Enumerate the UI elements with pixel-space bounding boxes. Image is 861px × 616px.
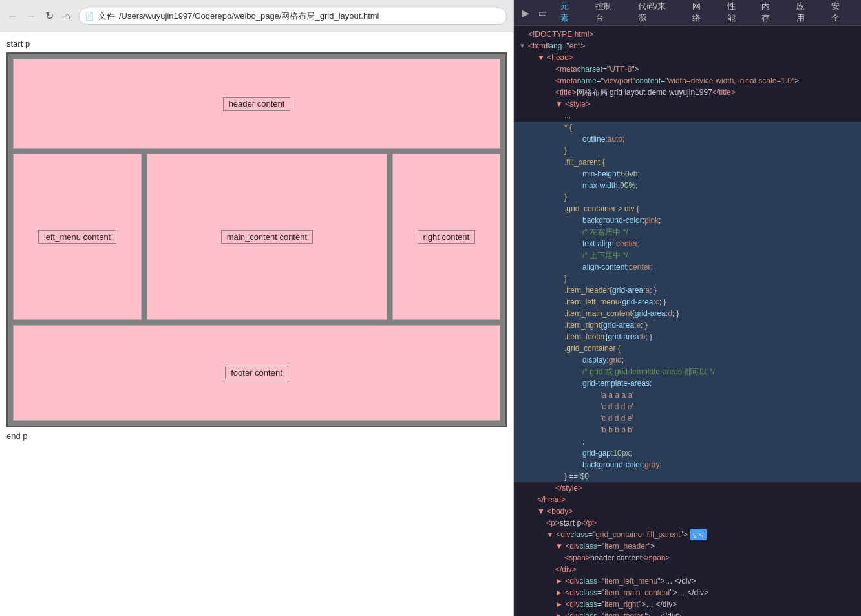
code-area-row1: 'a a a a a' [514,389,861,401]
code-display-grid: display : grid ; [514,354,861,366]
grid-badge: grid [690,529,707,540]
code-comment-grid: /* grid 或 grid-template-areas 都可以 */ [514,366,861,377]
footer-content-text: footer content [225,366,288,379]
code-style-close: </style> [514,482,861,494]
code-title: <title> 网格布局 grid layout demo wuyujin199… [514,87,861,98]
browser-panel: ← → ↻ ⌂ 📄 文件 /Users/wuyujin1997/Coderepo… [0,0,514,616]
code-comment-lr: /* 左右居中 */ [514,226,861,238]
code-item-right: .item_right { grid-area : e ; } [514,319,861,331]
code-align-content: align-content : center ; [514,261,861,273]
device-toggle-button[interactable]: ▭ [536,6,550,20]
inspect-element-button[interactable]: ▶ [519,6,533,20]
code-item-left-menu: .item_left_menu { grid-area : c ; } [514,296,861,308]
code-equals-marker: } == $0 [514,471,861,482]
code-min-height: min-height : 60vh ; [514,168,861,180]
code-text-align: text-align : center ; [514,238,861,250]
code-p-start: <p> start p </p> [514,517,861,529]
code-max-width: max-width : 90% ; [514,180,861,191]
back-button[interactable]: ← [6,10,19,23]
grid-footer: footer content [13,325,500,421]
code-semicolon: ; [514,436,861,447]
browser-chrome: ← → ↻ ⌂ 📄 文件 /Users/wuyujin1997/Coderepo… [0,0,513,32]
address-path: /Users/wuyujin1997/Coderepo/weibo_page/网… [119,10,379,22]
tab-security[interactable]: 安全 [824,0,856,28]
devtools-toolbar: ▶ ▭ 元素 控制台 代码/来源 网络 性能 内存 应用 安全 [514,0,861,26]
code-style-open: ▼ <style> [514,98,861,110]
tab-performance[interactable]: 性能 [719,0,752,28]
code-meta-viewport: <meta name =" viewport " content =" widt… [514,75,861,87]
reload-button[interactable]: ↻ [43,10,56,23]
home-button[interactable]: ⌂ [61,10,74,23]
grid-header: header content [13,59,500,149]
code-bg-gray: background-color : gray ; [514,459,861,471]
code-body-open: ▼ <body> [514,505,861,517]
code-span-header: <span> header content </span> [514,552,861,564]
code-item-main-content: .item_main_content { grid-area : d ; } [514,308,861,319]
code-head-close: </head> [514,494,861,505]
code-fill-parent-close: } [514,191,861,203]
start-text: start p [6,39,507,48]
devtools-content-wrapper: <!DOCTYPE html> ▼ <html lang =" en "> ▼ … [514,26,861,616]
address-prefix: 文件 [98,10,115,22]
code-item-left-menu-div: ► <div class =" item_left_menu "> … </di… [514,575,861,587]
code-ellipsis: ... [514,110,861,122]
right-content-text: right content [418,230,476,244]
tab-network[interactable]: 网络 [685,0,717,28]
grid-main-content: main_content content [147,154,387,320]
devtools-content[interactable]: <!DOCTYPE html> ▼ <html lang =" en "> ▼ … [514,26,861,616]
code-item-right-div: ► <div class =" item_right "> … </div> [514,599,861,610]
page-viewport: start p header content left_menu content… [0,32,513,616]
code-grid-gap: grid-gap : 10px ; [514,447,861,459]
tab-application[interactable]: 应用 [789,0,821,28]
code-item-header-div: ▼ <div class =" item_header "> [514,540,861,552]
address-bar[interactable]: 📄 文件 /Users/wuyujin1997/Coderepo/weibo_p… [79,8,507,25]
code-area-row3: 'c d d d e' [514,412,861,424]
code-head-open: ▼ <head> [514,52,861,63]
code-item-footer: .item_footer { grid-area : b ; } [514,331,861,343]
code-doctype: <!DOCTYPE html> [514,28,861,40]
code-star-rule: * { [514,122,861,133]
code-div-grid-container: ▼ <div class =" grid_container fill_pare… [514,529,861,540]
devtools-panel: ▶ ▭ 元素 控制台 代码/来源 网络 性能 内存 应用 安全 <!DOCTYP… [514,0,861,616]
tab-console[interactable]: 控制台 [588,0,628,28]
grid-right: right content [392,154,500,320]
grid-left-menu: left_menu content [13,154,142,320]
code-area-row2: 'c d d d e' [514,401,861,412]
code-grid-container-selector: .grid_container { [514,343,861,354]
tab-elements[interactable]: 元素 [553,0,585,28]
tab-memory[interactable]: 内存 [754,0,786,28]
end-text: end p [6,431,507,441]
header-content-text: header content [223,97,291,111]
code-grid-template-areas: grid-template-areas : [514,377,861,389]
main-content-text: main_content content [221,230,313,244]
left-menu-content-text: left_menu content [38,230,116,244]
tab-sources[interactable]: 代码/来源 [630,0,681,28]
code-item-footer-div: ► <div class =" item_footer "> … </div> [514,610,861,616]
code-area-row4: 'b b b b b' [514,424,861,436]
grid-container: header content left_menu content main_co… [6,52,507,427]
code-bg-pink: background-color : pink ; [514,215,861,226]
code-item-header-div-close: </div> [514,564,861,575]
code-grid-div-close: } [514,273,861,284]
code-meta-charset: <meta charset =" UTF-8 "> [514,63,861,75]
file-icon: 📄 [85,12,94,21]
code-item-header: .item_header { grid-area : a ; } [514,284,861,296]
code-html-open: ▼ <html lang =" en "> [514,40,861,52]
code-item-main-content-div: ► <div class =" item_main_content "> … <… [514,587,861,599]
code-comment-ud: /* 上下居中 */ [514,250,861,261]
code-star-close: } [514,145,861,156]
forward-button[interactable]: → [25,10,37,23]
code-outline: outline : auto ; [514,133,861,145]
code-fill-parent-selector: .fill_parent { [514,156,861,168]
code-grid-div-selector: .grid_container > div { [514,203,861,215]
